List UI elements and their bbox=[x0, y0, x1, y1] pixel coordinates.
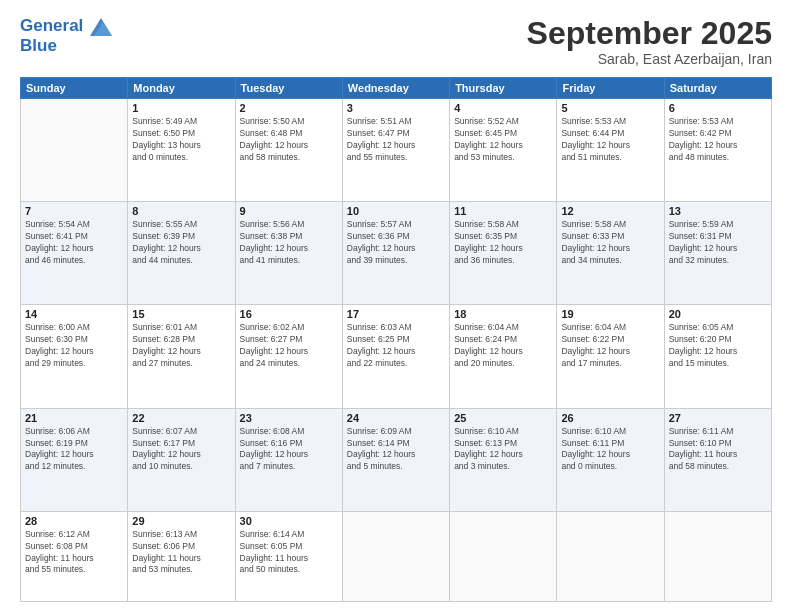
day-number: 8 bbox=[132, 205, 230, 217]
day-cell bbox=[664, 511, 771, 601]
week-row-2: 7Sunrise: 5:54 AM Sunset: 6:41 PM Daylig… bbox=[21, 202, 772, 305]
day-cell: 16Sunrise: 6:02 AM Sunset: 6:27 PM Dayli… bbox=[235, 305, 342, 408]
day-number: 17 bbox=[347, 308, 445, 320]
day-cell: 13Sunrise: 5:59 AM Sunset: 6:31 PM Dayli… bbox=[664, 202, 771, 305]
col-header-wednesday: Wednesday bbox=[342, 78, 449, 99]
header-row: SundayMondayTuesdayWednesdayThursdayFrid… bbox=[21, 78, 772, 99]
title-block: September 2025 Sarab, East Azerbaijan, I… bbox=[527, 16, 772, 67]
day-info: Sunrise: 6:02 AM Sunset: 6:27 PM Dayligh… bbox=[240, 322, 338, 370]
day-cell: 10Sunrise: 5:57 AM Sunset: 6:36 PM Dayli… bbox=[342, 202, 449, 305]
day-cell: 4Sunrise: 5:52 AM Sunset: 6:45 PM Daylig… bbox=[450, 99, 557, 202]
day-number: 7 bbox=[25, 205, 123, 217]
day-number: 13 bbox=[669, 205, 767, 217]
day-number: 19 bbox=[561, 308, 659, 320]
calendar-table: SundayMondayTuesdayWednesdayThursdayFrid… bbox=[20, 77, 772, 602]
col-header-tuesday: Tuesday bbox=[235, 78, 342, 99]
day-cell: 21Sunrise: 6:06 AM Sunset: 6:19 PM Dayli… bbox=[21, 408, 128, 511]
day-cell: 23Sunrise: 6:08 AM Sunset: 6:16 PM Dayli… bbox=[235, 408, 342, 511]
day-cell: 18Sunrise: 6:04 AM Sunset: 6:24 PM Dayli… bbox=[450, 305, 557, 408]
day-number: 26 bbox=[561, 412, 659, 424]
day-info: Sunrise: 5:55 AM Sunset: 6:39 PM Dayligh… bbox=[132, 219, 230, 267]
day-cell: 2Sunrise: 5:50 AM Sunset: 6:48 PM Daylig… bbox=[235, 99, 342, 202]
day-info: Sunrise: 6:09 AM Sunset: 6:14 PM Dayligh… bbox=[347, 426, 445, 474]
day-number: 16 bbox=[240, 308, 338, 320]
page: General Blue September 2025 Sarab, East … bbox=[0, 0, 792, 612]
day-number: 22 bbox=[132, 412, 230, 424]
day-info: Sunrise: 6:10 AM Sunset: 6:13 PM Dayligh… bbox=[454, 426, 552, 474]
day-info: Sunrise: 6:12 AM Sunset: 6:08 PM Dayligh… bbox=[25, 529, 123, 577]
day-info: Sunrise: 5:50 AM Sunset: 6:48 PM Dayligh… bbox=[240, 116, 338, 164]
day-cell: 17Sunrise: 6:03 AM Sunset: 6:25 PM Dayli… bbox=[342, 305, 449, 408]
day-cell: 5Sunrise: 5:53 AM Sunset: 6:44 PM Daylig… bbox=[557, 99, 664, 202]
day-info: Sunrise: 5:57 AM Sunset: 6:36 PM Dayligh… bbox=[347, 219, 445, 267]
col-header-sunday: Sunday bbox=[21, 78, 128, 99]
day-cell: 26Sunrise: 6:10 AM Sunset: 6:11 PM Dayli… bbox=[557, 408, 664, 511]
day-number: 1 bbox=[132, 102, 230, 114]
day-number: 2 bbox=[240, 102, 338, 114]
day-cell: 30Sunrise: 6:14 AM Sunset: 6:05 PM Dayli… bbox=[235, 511, 342, 601]
day-cell: 22Sunrise: 6:07 AM Sunset: 6:17 PM Dayli… bbox=[128, 408, 235, 511]
day-number: 27 bbox=[669, 412, 767, 424]
day-number: 5 bbox=[561, 102, 659, 114]
logo-icon bbox=[90, 18, 112, 36]
day-number: 15 bbox=[132, 308, 230, 320]
day-number: 9 bbox=[240, 205, 338, 217]
day-info: Sunrise: 6:01 AM Sunset: 6:28 PM Dayligh… bbox=[132, 322, 230, 370]
day-cell: 9Sunrise: 5:56 AM Sunset: 6:38 PM Daylig… bbox=[235, 202, 342, 305]
day-cell: 12Sunrise: 5:58 AM Sunset: 6:33 PM Dayli… bbox=[557, 202, 664, 305]
day-info: Sunrise: 5:49 AM Sunset: 6:50 PM Dayligh… bbox=[132, 116, 230, 164]
day-info: Sunrise: 5:58 AM Sunset: 6:35 PM Dayligh… bbox=[454, 219, 552, 267]
day-info: Sunrise: 6:05 AM Sunset: 6:20 PM Dayligh… bbox=[669, 322, 767, 370]
day-cell: 24Sunrise: 6:09 AM Sunset: 6:14 PM Dayli… bbox=[342, 408, 449, 511]
day-number: 23 bbox=[240, 412, 338, 424]
day-info: Sunrise: 6:11 AM Sunset: 6:10 PM Dayligh… bbox=[669, 426, 767, 474]
day-info: Sunrise: 5:58 AM Sunset: 6:33 PM Dayligh… bbox=[561, 219, 659, 267]
day-info: Sunrise: 5:51 AM Sunset: 6:47 PM Dayligh… bbox=[347, 116, 445, 164]
day-info: Sunrise: 5:52 AM Sunset: 6:45 PM Dayligh… bbox=[454, 116, 552, 164]
day-info: Sunrise: 6:07 AM Sunset: 6:17 PM Dayligh… bbox=[132, 426, 230, 474]
day-info: Sunrise: 6:14 AM Sunset: 6:05 PM Dayligh… bbox=[240, 529, 338, 577]
day-cell: 20Sunrise: 6:05 AM Sunset: 6:20 PM Dayli… bbox=[664, 305, 771, 408]
day-cell: 11Sunrise: 5:58 AM Sunset: 6:35 PM Dayli… bbox=[450, 202, 557, 305]
day-cell bbox=[450, 511, 557, 601]
day-info: Sunrise: 6:13 AM Sunset: 6:06 PM Dayligh… bbox=[132, 529, 230, 577]
day-cell: 19Sunrise: 6:04 AM Sunset: 6:22 PM Dayli… bbox=[557, 305, 664, 408]
day-number: 24 bbox=[347, 412, 445, 424]
col-header-saturday: Saturday bbox=[664, 78, 771, 99]
day-cell: 29Sunrise: 6:13 AM Sunset: 6:06 PM Dayli… bbox=[128, 511, 235, 601]
day-info: Sunrise: 6:03 AM Sunset: 6:25 PM Dayligh… bbox=[347, 322, 445, 370]
day-cell: 6Sunrise: 5:53 AM Sunset: 6:42 PM Daylig… bbox=[664, 99, 771, 202]
day-cell bbox=[21, 99, 128, 202]
day-number: 18 bbox=[454, 308, 552, 320]
logo-text: General bbox=[20, 16, 112, 36]
day-cell: 15Sunrise: 6:01 AM Sunset: 6:28 PM Dayli… bbox=[128, 305, 235, 408]
day-number: 14 bbox=[25, 308, 123, 320]
day-cell: 8Sunrise: 5:55 AM Sunset: 6:39 PM Daylig… bbox=[128, 202, 235, 305]
week-row-4: 21Sunrise: 6:06 AM Sunset: 6:19 PM Dayli… bbox=[21, 408, 772, 511]
day-cell: 25Sunrise: 6:10 AM Sunset: 6:13 PM Dayli… bbox=[450, 408, 557, 511]
day-number: 3 bbox=[347, 102, 445, 114]
logo: General Blue bbox=[20, 16, 112, 55]
day-info: Sunrise: 5:59 AM Sunset: 6:31 PM Dayligh… bbox=[669, 219, 767, 267]
day-info: Sunrise: 6:04 AM Sunset: 6:24 PM Dayligh… bbox=[454, 322, 552, 370]
day-info: Sunrise: 6:10 AM Sunset: 6:11 PM Dayligh… bbox=[561, 426, 659, 474]
day-cell: 7Sunrise: 5:54 AM Sunset: 6:41 PM Daylig… bbox=[21, 202, 128, 305]
header: General Blue September 2025 Sarab, East … bbox=[20, 16, 772, 67]
day-number: 21 bbox=[25, 412, 123, 424]
day-info: Sunrise: 5:56 AM Sunset: 6:38 PM Dayligh… bbox=[240, 219, 338, 267]
day-info: Sunrise: 6:04 AM Sunset: 6:22 PM Dayligh… bbox=[561, 322, 659, 370]
day-number: 30 bbox=[240, 515, 338, 527]
day-info: Sunrise: 5:53 AM Sunset: 6:42 PM Dayligh… bbox=[669, 116, 767, 164]
col-header-monday: Monday bbox=[128, 78, 235, 99]
day-info: Sunrise: 5:54 AM Sunset: 6:41 PM Dayligh… bbox=[25, 219, 123, 267]
day-number: 6 bbox=[669, 102, 767, 114]
day-cell: 28Sunrise: 6:12 AM Sunset: 6:08 PM Dayli… bbox=[21, 511, 128, 601]
col-header-thursday: Thursday bbox=[450, 78, 557, 99]
day-info: Sunrise: 6:00 AM Sunset: 6:30 PM Dayligh… bbox=[25, 322, 123, 370]
day-number: 12 bbox=[561, 205, 659, 217]
day-info: Sunrise: 5:53 AM Sunset: 6:44 PM Dayligh… bbox=[561, 116, 659, 164]
day-cell: 27Sunrise: 6:11 AM Sunset: 6:10 PM Dayli… bbox=[664, 408, 771, 511]
day-number: 4 bbox=[454, 102, 552, 114]
month-year: September 2025 bbox=[527, 16, 772, 51]
day-number: 10 bbox=[347, 205, 445, 217]
